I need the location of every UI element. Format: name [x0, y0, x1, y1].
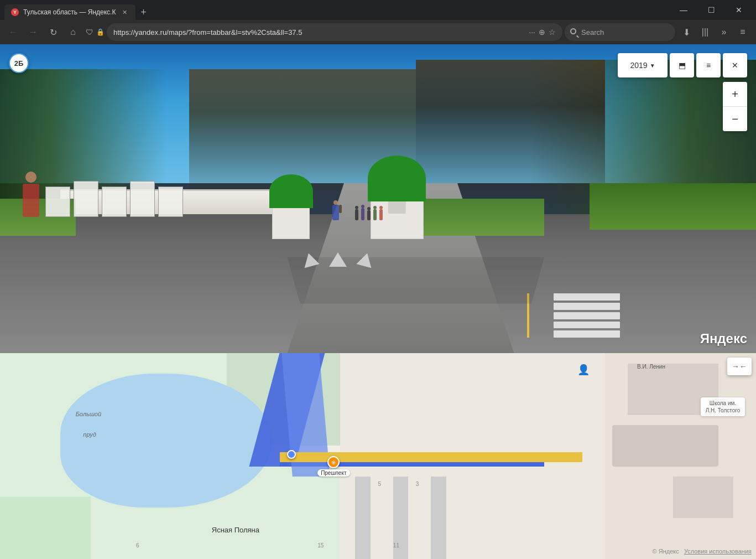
search-icon [570, 28, 578, 36]
sv-controls: 2019 ▼ ⬒ ≡ ✕ + − [618, 53, 747, 131]
share-icon: ⬒ [679, 61, 686, 70]
building-bottom-right [673, 477, 733, 517]
navbar: ← → ↻ ⌂ 🛡 🔒 https://yandex.ru/maps/?from… [0, 20, 756, 44]
number-5: 5 [378, 481, 382, 487]
dropdown-arrow-icon: ▼ [650, 63, 655, 69]
poi-dot: ⊕ [327, 456, 340, 468]
security-icons: 🛡 🔒 [84, 27, 105, 38]
number-15: 15 [317, 542, 324, 548]
map-nav-button[interactable]: →← [727, 358, 752, 375]
new-tab-button[interactable]: + [135, 4, 151, 20]
info-icon: ≡ [706, 61, 711, 70]
info-board-3 [102, 187, 127, 217]
home-button[interactable]: ⌂ [64, 23, 82, 41]
sidebar-button[interactable]: » [715, 23, 733, 41]
yandex-watermark: Яндекс [700, 331, 747, 346]
number-6: 6 [136, 542, 139, 548]
download-button[interactable]: ⬇ [677, 23, 695, 41]
main-content: 2Б 2019 ▼ ⬒ ≡ ✕ + − [0, 44, 756, 559]
person-backpack [332, 205, 339, 220]
library-button[interactable]: ||| [696, 23, 714, 41]
toolbar-right: ⬇ ||| » ≡ [677, 23, 752, 41]
lock-icon: 🔒 [96, 28, 105, 36]
zoom-in-button[interactable]: + [723, 82, 747, 106]
tab-bar: Y Тульская область — Яндекс.К ✕ + [4, 0, 151, 20]
zoom-out-button[interactable]: − [723, 107, 747, 131]
grass-far-right [590, 183, 756, 230]
school-label: Школа им. Л.Н. Толстого [701, 397, 745, 416]
info-button[interactable]: ≡ [696, 53, 721, 77]
pond [60, 374, 272, 508]
person-icon-map: 👤 [577, 364, 590, 376]
school-building [612, 425, 718, 466]
crosswalk-stripe-3 [554, 312, 620, 319]
location-badge: 2Б [9, 53, 29, 73]
park-green-bottom-left [0, 497, 91, 559]
terms-link[interactable]: Условия использования [684, 548, 752, 555]
titlebar: Y Тульская область — Яндекс.К ✕ + — ☐ ✕ [0, 0, 756, 20]
person-5 [379, 209, 383, 220]
minimize-button[interactable]: — [671, 0, 696, 20]
back-button[interactable]: ← [4, 23, 22, 41]
poi-marker: ⊕ Прешпект [317, 456, 350, 477]
info-board-1 [45, 187, 70, 217]
bookmark-icon[interactable]: ☆ [549, 28, 556, 37]
pocket-icon[interactable]: ⊕ [539, 28, 545, 37]
map-copyright: © Яндекс Условия использования [653, 548, 752, 555]
gate-left-dome [269, 174, 313, 208]
gate-right-dome [368, 156, 426, 201]
person-label: В.И. Ленин [637, 364, 665, 370]
map-controls: →← [727, 358, 752, 375]
person-3 [367, 210, 371, 220]
gate-right [371, 156, 424, 239]
maximize-button[interactable]: ☐ [698, 0, 724, 20]
tab-close-button[interactable]: ✕ [120, 8, 129, 17]
info-board-5 [158, 187, 183, 217]
sv-top-buttons: 2019 ▼ ⬒ ≡ ✕ [618, 53, 747, 77]
search-bar[interactable]: Search [565, 23, 675, 41]
nav-arrow-up[interactable] [329, 252, 347, 267]
map-section[interactable]: Большой пруд Ясная Поляна 👤 В.И. Ленин Ш… [0, 353, 756, 559]
sv-close-button[interactable]: ✕ [723, 53, 747, 77]
nav-arrow-forward-group [329, 252, 347, 267]
forward-button[interactable]: → [24, 23, 42, 41]
number-3: 3 [416, 481, 419, 487]
search-input[interactable]: Search [581, 28, 604, 37]
share-button[interactable]: ⬒ [670, 53, 694, 77]
person-left [23, 184, 39, 217]
camera-marker [287, 450, 296, 459]
road-vertical-1 [355, 477, 370, 559]
camera-dot [287, 450, 296, 459]
year-button[interactable]: 2019 ▼ [618, 53, 668, 77]
nav-arrow-left[interactable] [301, 251, 319, 268]
gate-left [272, 171, 310, 239]
street-view[interactable]: 2Б 2019 ▼ ⬒ ≡ ✕ + − [0, 44, 756, 353]
people-group [355, 208, 383, 220]
shield-icon: 🛡 [84, 27, 95, 38]
navigation-arrows[interactable] [303, 252, 373, 267]
sv-close-icon: ✕ [732, 61, 738, 70]
town-label: Ясная Поляна [212, 526, 259, 534]
menu-button[interactable]: ≡ [734, 23, 752, 41]
window-controls: — ☐ ✕ [671, 0, 752, 20]
person-4 [373, 209, 377, 220]
active-tab[interactable]: Y Тульская область — Яндекс.К ✕ [4, 4, 135, 20]
crosswalk-stripe-2 [554, 303, 620, 310]
address-icons: ··· ⊕ ☆ [529, 28, 556, 37]
road-vertical-3 [431, 477, 446, 559]
number-11: 11 [393, 542, 399, 548]
reload-button[interactable]: ↻ [44, 23, 62, 41]
crosswalk-stripe-1 [554, 293, 620, 301]
address-bar[interactable]: https://yandex.ru/maps/?from=tabbar&l=st… [107, 23, 562, 41]
crosswalk-stripe-5 [554, 330, 620, 338]
tab-favicon: Y [11, 8, 19, 16]
url-text: https://yandex.ru/maps/?from=tabbar&l=st… [113, 28, 525, 37]
info-boards [45, 181, 183, 217]
sv-zoom-controls: + − [723, 82, 747, 131]
dots-menu-icon[interactable]: ··· [529, 28, 535, 37]
nav-arrow-right[interactable] [356, 251, 374, 268]
close-button[interactable]: ✕ [726, 0, 752, 20]
info-board-4 [130, 181, 155, 217]
person-body [23, 184, 39, 217]
poi-label: Прешпект [317, 469, 350, 477]
